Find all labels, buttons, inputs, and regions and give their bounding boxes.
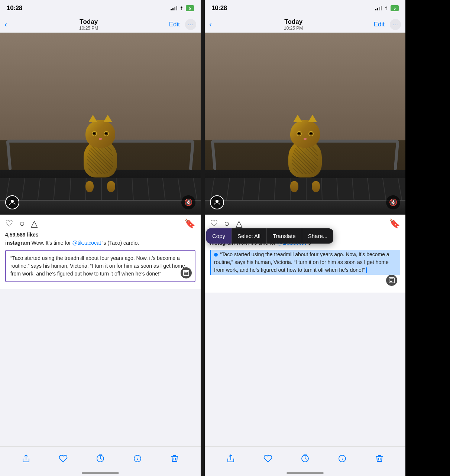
- toolbar-share-right[interactable]: [223, 451, 238, 466]
- wifi-icon-right: ⇡: [384, 6, 388, 11]
- toolbar-share-left[interactable]: [19, 451, 33, 466]
- status-icons-right: ⇡ 5: [375, 5, 399, 11]
- back-button-right[interactable]: ‹: [209, 20, 212, 29]
- status-bar-left: 10:28 ⇡ 5: [0, 0, 201, 16]
- signal-icon-right: [375, 6, 382, 10]
- person-icon-left: [9, 199, 16, 206]
- nav-subtitle-right: 10:25 PM: [284, 26, 303, 31]
- share-action-icon-right[interactable]: △: [236, 218, 242, 229]
- svg-point-0: [11, 200, 14, 203]
- mute-icon-left: 🔇: [184, 198, 192, 206]
- nav-title-right: Today: [284, 18, 302, 26]
- heart-icon-left[interactable]: ♡: [5, 218, 13, 229]
- nav-title-group-right: Today 10:25 PM: [213, 18, 374, 31]
- selected-text-content: “Taco started using the treadmill about …: [214, 251, 389, 273]
- post-actions-right: ♡ ○ △ 🔖: [210, 218, 400, 229]
- post-caption-left: instagram Wow. It's time for @tik.tacoca…: [5, 239, 195, 247]
- right-panel: 10:28 ⇡ 5 ‹ Today 10:25 PM Edit ···: [205, 0, 405, 476]
- bottom-toolbar-left: [0, 446, 201, 476]
- cat-figure-left: [84, 140, 117, 177]
- nav-actions-left: Edit ···: [169, 19, 196, 30]
- nav-actions-right: Edit ···: [374, 19, 401, 30]
- quoted-text-content-left: “Taco started using the treadmill about …: [10, 255, 185, 277]
- left-panel: 10:28 ⇡ 5 ‹ Today 10:25 PM Edit ···: [0, 0, 201, 476]
- copy-menu-item[interactable]: Copy: [206, 228, 232, 244]
- more-button-left[interactable]: ···: [185, 19, 196, 30]
- mute-button-left[interactable]: 🔇: [181, 195, 195, 209]
- bookmark-icon-right[interactable]: 🔖: [389, 218, 400, 229]
- ellipsis-icon-left: ···: [188, 21, 194, 27]
- post-content-left: ♡ ○ △ 🔖 4,59,589 likes instagram Wow. It…: [0, 215, 201, 289]
- nav-subtitle-left: 10:25 PM: [79, 26, 98, 31]
- post-actions-left: ♡ ○ △ 🔖: [5, 218, 195, 229]
- context-menu-wrapper: Copy Select All Translate Share... “Taco…: [210, 250, 400, 275]
- mute-icon-right: 🔇: [389, 198, 397, 206]
- video-area-left[interactable]: 🔇: [0, 33, 201, 215]
- caption-username-left: instagram: [5, 240, 30, 246]
- nav-title-group-left: Today 10:25 PM: [9, 18, 169, 31]
- nav-title-left: Today: [80, 18, 98, 26]
- select-all-menu-item[interactable]: Select All: [232, 228, 267, 244]
- caption-mention-left[interactable]: @tik.tacocat: [72, 240, 101, 246]
- selection-cursor-end: [366, 267, 367, 273]
- heart-icon-right[interactable]: ♡: [210, 218, 218, 229]
- context-menu-float: Copy Select All Translate Share...: [206, 228, 333, 244]
- status-bar-right: 10:28 ⇡ 5: [205, 0, 405, 16]
- ellipsis-icon-right: ···: [392, 21, 398, 27]
- svg-point-7: [216, 200, 218, 203]
- back-button-left[interactable]: ‹: [4, 20, 7, 29]
- toolbar-trash-left[interactable]: [167, 451, 182, 466]
- nav-bar-right: ‹ Today 10:25 PM Edit ···: [205, 16, 405, 33]
- toolbar-heart-right[interactable]: [260, 451, 275, 466]
- panel-divider: [201, 0, 205, 476]
- status-time-left: 10:28: [7, 4, 22, 12]
- profile-button-left[interactable]: [5, 195, 19, 209]
- toolbar-timer-right[interactable]: [298, 451, 313, 466]
- selected-text-right: “Taco started using the treadmill about …: [210, 250, 400, 275]
- more-button-right[interactable]: ···: [390, 19, 401, 30]
- status-icons-left: ⇡ 5: [171, 5, 194, 11]
- context-menu: Copy Select All Translate Share...: [206, 228, 333, 244]
- toolbar-info-right[interactable]: [335, 451, 350, 466]
- live-text-icon-left: [183, 270, 189, 276]
- mute-button-right[interactable]: 🔇: [386, 195, 400, 209]
- cat-figure-right: [288, 140, 322, 177]
- translate-menu-item[interactable]: Translate: [267, 228, 302, 244]
- quoted-text-box-left: “Taco started using the treadmill about …: [5, 250, 195, 282]
- toolbar-info-left[interactable]: [130, 451, 145, 466]
- toolbar-trash-right[interactable]: [372, 451, 387, 466]
- live-text-icon-right: [389, 277, 395, 283]
- home-indicator-right: [286, 472, 324, 474]
- post-content-right: ♡ ○ △ 🔖 4,59,589 likes instagram Wow. It…: [205, 215, 405, 293]
- caption-text-left: Wow. It's time for: [32, 240, 72, 246]
- share-icon-left[interactable]: △: [31, 218, 38, 229]
- toolbar-heart-left[interactable]: [56, 451, 71, 466]
- post-likes-left: 4,59,589 likes: [5, 232, 195, 238]
- person-icon-right: [213, 199, 221, 206]
- comment-icon-right[interactable]: ○: [224, 218, 230, 229]
- home-indicator-left: [82, 472, 119, 474]
- caption-suffix-left: 's (Taco) cardio.: [103, 240, 139, 246]
- battery-icon-left: 5: [186, 5, 194, 11]
- profile-button-right[interactable]: [210, 195, 224, 209]
- selection-handle-start: [214, 253, 218, 257]
- bookmark-icon-left[interactable]: 🔖: [184, 218, 195, 229]
- video-area-right[interactable]: 🔇: [205, 33, 405, 215]
- edit-button-left[interactable]: Edit: [169, 21, 180, 28]
- toolbar-timer-left[interactable]: [93, 451, 108, 466]
- comment-icon-left[interactable]: ○: [19, 218, 25, 229]
- bottom-toolbar-right: [205, 446, 405, 476]
- live-text-button-right[interactable]: [386, 275, 397, 286]
- battery-icon-right: 5: [391, 5, 399, 11]
- edit-button-right[interactable]: Edit: [374, 21, 385, 28]
- live-text-button-left[interactable]: [181, 267, 192, 278]
- signal-icon-left: [171, 6, 177, 10]
- share-menu-item[interactable]: Share...: [302, 228, 334, 244]
- nav-bar-left: ‹ Today 10:25 PM Edit ···: [0, 16, 201, 33]
- wifi-icon-left: ⇡: [179, 6, 184, 11]
- status-time-right: 10:28: [211, 4, 227, 12]
